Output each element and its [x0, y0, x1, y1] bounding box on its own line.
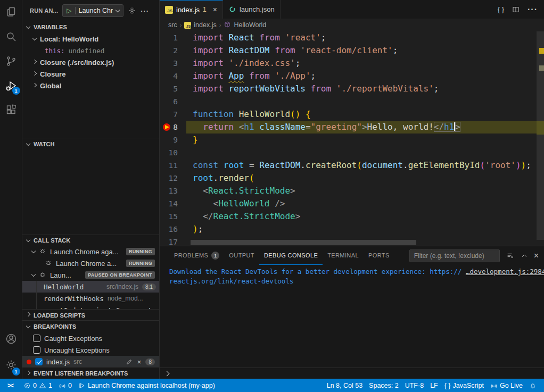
- close-tab-icon[interactable]: ×: [213, 5, 217, 14]
- run-and-debug-icon[interactable]: 1: [0, 73, 22, 98]
- remote-indicator[interactable]: ><: [4, 379, 16, 392]
- tab-index-js[interactable]: JS index.js 1 ×: [160, 0, 223, 19]
- code-lines: 1import React from 'react';2import React…: [160, 31, 544, 246]
- symbol-class-icon: [224, 21, 231, 30]
- code-line[interactable]: 7function HelloWorld() {: [160, 108, 544, 121]
- debug-settings-gear-icon[interactable]: [128, 6, 136, 15]
- code-line[interactable]: 2import ReactDOM from 'react-dom/client'…: [160, 44, 544, 57]
- clear-console-icon[interactable]: [506, 252, 515, 260]
- edit-breakpoint-icon[interactable]: [126, 358, 133, 365]
- search-icon[interactable]: [0, 24, 22, 49]
- breakpoint-enabled-checkbox[interactable]: [35, 358, 43, 365]
- source-control-icon[interactable]: [0, 49, 22, 73]
- start-debug-icon[interactable]: ▷: [67, 7, 71, 14]
- sticky-scroll-icon[interactable]: { }: [498, 5, 504, 13]
- code-line[interactable]: 10: [160, 146, 544, 159]
- variables-section: VARIABLES Local: HelloWorld this: undefi…: [22, 21, 159, 138]
- variable-this-row[interactable]: this: undefined: [22, 45, 159, 56]
- extensions-icon[interactable]: [0, 98, 22, 122]
- launch-json-icon: [228, 5, 236, 13]
- ruler-currentline-mark: [537, 121, 544, 135]
- eol-sequence[interactable]: LF: [427, 379, 441, 392]
- ruler-dim-mark: [539, 65, 544, 71]
- code-area[interactable]: 1import React from 'react';2import React…: [160, 31, 544, 246]
- problems-status[interactable]: 0 1: [20, 379, 55, 392]
- breakpoints-header[interactable]: BREAKPOINTS: [22, 321, 159, 332]
- ports-status[interactable]: 0: [55, 379, 75, 392]
- console-source-link[interactable]: …development.js:29840: [466, 267, 544, 277]
- tab-ports[interactable]: PORTS: [364, 246, 394, 265]
- code-line[interactable]: 13 <React.StrictMode>: [160, 185, 544, 197]
- caught-exceptions-row[interactable]: Caught Exceptions: [22, 332, 159, 344]
- settings-gear-icon[interactable]: 1: [0, 351, 22, 379]
- code-line[interactable]: 15 </React.StrictMode>: [160, 210, 544, 223]
- settings-badge: 1: [12, 368, 20, 376]
- tab-launch-json[interactable]: launch.json: [223, 0, 281, 19]
- code-line[interactable]: 5import reportWebVitals from './reportWe…: [160, 82, 544, 95]
- code-line[interactable]: 3import './index.css';: [160, 57, 544, 70]
- session-state-badge: RUNNING: [126, 260, 155, 267]
- split-editor-icon[interactable]: [512, 5, 520, 14]
- tab-terminal[interactable]: TERMINAL: [323, 246, 364, 265]
- code-line[interactable]: 14 <HelloWorld />: [160, 197, 544, 210]
- loaded-scripts-header[interactable]: LOADED SCRIPTS: [22, 310, 159, 321]
- sidebar-more-actions-icon[interactable]: ···: [141, 7, 149, 15]
- closure-row[interactable]: Closure: [22, 68, 159, 80]
- code-line[interactable]: 1import React from 'react';: [160, 31, 544, 44]
- indentation[interactable]: Spaces: 2: [366, 379, 402, 392]
- frame-location-badge: 8:1: [142, 283, 156, 290]
- code-line[interactable]: 16);: [160, 223, 544, 236]
- debug-session-row[interactable]: Launch Chrome a... RUNNING: [22, 257, 159, 269]
- call-stack-header[interactable]: CALL STACK: [22, 235, 159, 246]
- tab-debug-console[interactable]: DEBUG CONSOLE: [259, 246, 323, 265]
- code-line[interactable]: 6: [160, 95, 544, 108]
- tab-output[interactable]: OUTPUT: [224, 246, 259, 265]
- code-line[interactable]: 11const root = ReactDOM.createRoot(docum…: [160, 159, 544, 172]
- debug-session-row[interactable]: Launch Chrome aga... RUNNING: [22, 246, 159, 257]
- problems-badge: 1: [211, 252, 219, 260]
- event-listener-breakpoints-header[interactable]: EVENT LISTENER BREAKPOINTS: [22, 368, 159, 379]
- debug-session-icon: [39, 247, 46, 256]
- encoding[interactable]: UTF-8: [402, 379, 427, 392]
- closure-row[interactable]: Closure (./src/index.js): [22, 56, 159, 68]
- remove-breakpoint-icon[interactable]: ×: [137, 358, 142, 366]
- overview-ruler[interactable]: [537, 31, 544, 246]
- global-row[interactable]: Global: [22, 80, 159, 91]
- watch-header[interactable]: WATCH: [22, 138, 159, 150]
- stack-frame-row[interactable]: mountIndeterminateComponent: [22, 304, 159, 308]
- breakpoint-file-row[interactable]: index.js src × 8: [22, 356, 159, 367]
- cursor-position[interactable]: Ln 8, Col 53: [324, 379, 366, 392]
- uncaught-exceptions-row[interactable]: Uncaught Exceptions: [22, 344, 159, 356]
- language-mode[interactable]: { }JavaScript: [441, 379, 487, 392]
- maximize-panel-icon[interactable]: [520, 252, 529, 260]
- launch-config-label: Launch Chr: [79, 7, 113, 14]
- horizontal-scrollbar[interactable]: [191, 240, 416, 245]
- console-filter-input[interactable]: [409, 249, 500, 262]
- tab-problems[interactable]: PROBLEMS 1: [169, 246, 224, 265]
- debug-target-status[interactable]: Launch Chrome against localhost (my-app): [75, 379, 218, 392]
- code-line[interactable]: 12root.render(: [160, 172, 544, 185]
- code-line[interactable]: 4import App from './App';: [160, 70, 544, 82]
- debug-console-input[interactable]: [160, 368, 544, 379]
- stack-frame-row[interactable]: renderWithHooks node_mod...: [22, 293, 159, 304]
- debug-console-output[interactable]: Download the React DevTools for a better…: [160, 265, 544, 368]
- variables-scope-row[interactable]: Local: HelloWorld: [22, 33, 159, 45]
- go-live[interactable]: Go Live: [487, 379, 526, 392]
- notifications-bell-icon[interactable]: [526, 379, 540, 392]
- breadcrumb[interactable]: src › JS index.js › HelloWorld: [160, 19, 544, 31]
- code-line[interactable]: 8 return <h1 className="greeting">Hello,…: [160, 121, 544, 134]
- launch-config-dropdown[interactable]: ▷ Launch Chr: [62, 4, 123, 17]
- variables-header[interactable]: VARIABLES: [22, 21, 159, 33]
- ruler-warning-mark: [539, 48, 544, 54]
- close-panel-icon[interactable]: ×: [534, 251, 539, 261]
- debug-session-row[interactable]: Laun... PAUSED ON BREAKPOINT: [22, 269, 159, 281]
- uncaught-exceptions-checkbox[interactable]: [33, 346, 40, 354]
- explorer-icon[interactable]: [0, 0, 22, 24]
- editor-tab-bar: JS index.js 1 × launch.json { } ···: [160, 0, 544, 19]
- account-icon[interactable]: [0, 327, 22, 351]
- stack-frame-row[interactable]: HelloWorld src/index.js 8:1: [22, 281, 159, 293]
- breakpoint-line-badge: 8: [145, 358, 155, 365]
- caught-exceptions-checkbox[interactable]: [33, 335, 40, 342]
- editor-more-actions-icon[interactable]: ···: [527, 5, 538, 14]
- code-line[interactable]: 9}: [160, 134, 544, 146]
